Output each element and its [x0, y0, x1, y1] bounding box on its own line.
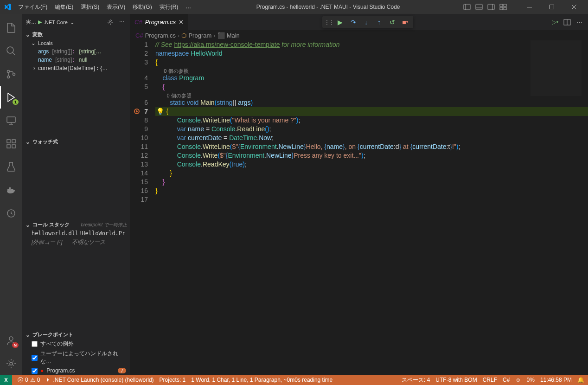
menu-go[interactable]: 移動(G) [129, 1, 155, 13]
code-content[interactable]: // See https://aka.ms/new-console-templa… [155, 40, 588, 375]
variables-header[interactable]: ⌄変数 [22, 30, 130, 39]
step-over-icon[interactable]: ↷ [347, 16, 359, 28]
callstack-header[interactable]: ⌄コール スタックbreakpoint で一時停止 [22, 220, 130, 229]
status-lang[interactable]: C# [503, 377, 510, 383]
tab-bar: C# Program.cs ✕ ⋮⋮ ▶ ↷ ↓ ↑ ↺ ■▾ ▷▾ ⋯ [130, 14, 588, 30]
activity-extensions[interactable] [0, 133, 22, 155]
svg-rect-9 [504, 7, 506, 10]
status-pct[interactable]: 0% [527, 377, 535, 383]
gutter[interactable]: 123 45 6 7 891011121314151617 [130, 40, 155, 375]
step-into-icon[interactable]: ↓ [360, 16, 372, 28]
menu-selection[interactable]: 選択(S) [77, 1, 102, 13]
layout-grid-icon[interactable] [498, 2, 508, 12]
minimap[interactable] [530, 40, 582, 96]
method-icon: ⬛ [217, 32, 225, 39]
locals-header[interactable]: ⌄Locals [22, 39, 130, 47]
var-args[interactable]: args [string[]]: {string[… [22, 47, 130, 56]
layout-left-icon[interactable] [462, 2, 472, 12]
chevron-down-icon[interactable]: ⌄ [70, 19, 75, 26]
var-name[interactable]: name [string]: null [22, 56, 130, 64]
debug-badge: 1 [13, 99, 19, 105]
run-icon[interactable]: ▷▾ [550, 17, 560, 27]
status-bell-icon[interactable]: 🔔 [577, 377, 584, 383]
debug-alt-icon: 🞂 [45, 377, 51, 383]
status-feedback-icon[interactable]: ☺ [515, 377, 521, 383]
status-problems[interactable]: ⓧ0⚠0 [18, 376, 40, 384]
window-title: Program.cs - helloworld - .NET MAUI - Vi… [194, 4, 462, 10]
watch-header[interactable]: ⌄ウォッチ式 [22, 137, 130, 146]
step-out-icon[interactable]: ↑ [373, 16, 385, 28]
svg-point-14 [7, 47, 13, 53]
restart-icon[interactable]: ↺ [386, 16, 398, 28]
close-tab-icon[interactable]: ✕ [179, 19, 184, 26]
gear-icon[interactable] [106, 18, 115, 27]
activity-search[interactable] [0, 40, 22, 62]
menu-view[interactable]: 表示(V) [103, 1, 128, 13]
lightbulb-icon[interactable]: 💡 [156, 107, 164, 116]
bp-all-exceptions[interactable]: すべての例外 [22, 339, 130, 349]
status-eol[interactable]: CRLF [483, 377, 497, 383]
svg-rect-2 [476, 4, 482, 10]
svg-rect-8 [500, 7, 503, 10]
bp-file-checkbox[interactable] [32, 368, 38, 374]
menu-file[interactable]: ファイル(F) [15, 1, 51, 13]
layout-bottom-icon[interactable] [474, 2, 484, 12]
status-projects[interactable]: Projects: 1 [160, 377, 186, 383]
svg-rect-4 [488, 4, 494, 10]
var-currentdate[interactable]: ›currentDate [DateTime]: {… [22, 64, 130, 72]
breadcrumb[interactable]: C#Program.cs › ⬡Program › ⬛Main [130, 30, 588, 40]
status-spaces[interactable]: スペース: 4 [402, 376, 430, 384]
debug-config[interactable]: .NET Core [44, 19, 68, 25]
tab-program-cs[interactable]: C# Program.cs ✕ [130, 14, 189, 30]
svg-line-15 [13, 52, 15, 55]
bp-user-checkbox[interactable] [32, 355, 38, 361]
maximize-button[interactable] [542, 0, 562, 13]
menu-edit[interactable]: 編集(E) [51, 1, 77, 13]
titlebar: ファイル(F) 編集(E) 選択(S) 表示(V) 移動(G) 実行(R) … … [0, 0, 588, 14]
stop-icon[interactable]: ■▾ [399, 16, 411, 28]
status-launch[interactable]: 🞂.NET Core Launch (console) (helloworld) [45, 377, 153, 383]
svg-point-34 [109, 21, 111, 23]
svg-rect-25 [12, 140, 15, 143]
bp-user-unhandled[interactable]: ユーザーによってハンドルされな… [22, 349, 130, 366]
breakpoints-header[interactable]: ⌄ブレークポイント [22, 330, 130, 339]
breakpoint-icon[interactable] [134, 108, 140, 115]
menu-more[interactable]: … [182, 1, 194, 13]
activity-item[interactable] [0, 202, 22, 225]
svg-rect-23 [7, 145, 10, 148]
grip-icon[interactable]: ⋮⋮ [324, 19, 333, 26]
debug-controls[interactable]: ⋮⋮ ▶ ↷ ↓ ↑ ↺ ■▾ [322, 16, 413, 28]
activity-testing[interactable] [0, 156, 22, 178]
start-debug-icon[interactable]: ▶ [38, 19, 42, 25]
run-label: 実… [26, 19, 36, 26]
continue-icon[interactable]: ▶ [334, 16, 346, 28]
svg-rect-30 [9, 187, 11, 189]
close-button[interactable] [564, 0, 584, 13]
layout-right-icon[interactable] [486, 2, 496, 12]
more-actions-icon[interactable]: ⋯ [574, 17, 584, 27]
status-encoding[interactable]: UTF-8 with BOM [435, 377, 477, 383]
menu-run[interactable]: 実行(R) [156, 1, 182, 13]
minimize-button[interactable] [519, 0, 540, 13]
activity-scm[interactable] [0, 63, 22, 85]
more-icon[interactable]: ⋯ [117, 18, 126, 27]
bp-all-checkbox[interactable] [32, 341, 38, 347]
bp-program-cs[interactable]: ●Program.cs7 [22, 366, 130, 375]
stack-frame-1[interactable]: [外部コード]不明なソース [22, 237, 130, 247]
remote-indicator[interactable] [0, 375, 12, 385]
split-editor-icon[interactable] [562, 17, 572, 27]
activity-remote[interactable] [0, 109, 22, 132]
stack-frame-0[interactable]: helloworld.dll!HelloWorld.Pr [22, 229, 130, 237]
activity-settings[interactable] [0, 353, 22, 375]
svg-point-16 [7, 71, 10, 73]
activity-docker[interactable] [0, 179, 22, 201]
svg-rect-6 [500, 4, 503, 6]
debug-toolbar: 実… ▶ .NET Core ⌄ ⋯ [22, 14, 130, 30]
activity-account[interactable]: N [0, 329, 22, 352]
activity-debug[interactable]: 1 [0, 86, 22, 109]
svg-point-32 [9, 337, 13, 340]
activity-explorer[interactable] [0, 17, 22, 39]
chevron-right-icon: › [213, 32, 215, 39]
svg-rect-27 [7, 189, 9, 191]
code-editor[interactable]: 123 45 6 7 891011121314151617 // See htt… [130, 40, 588, 375]
